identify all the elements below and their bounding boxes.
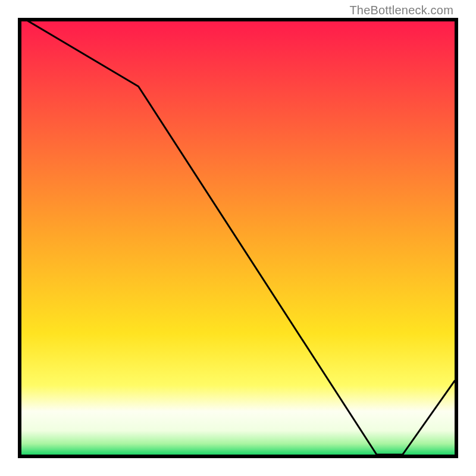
watermark-text: TheBottleneck.com	[349, 4, 453, 17]
chart-line-series	[21, 21, 455, 455]
chart-plot-area	[18, 18, 458, 458]
